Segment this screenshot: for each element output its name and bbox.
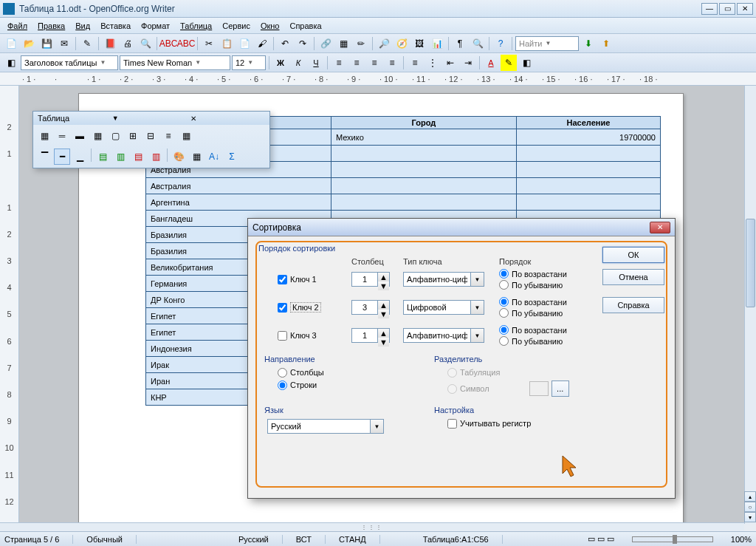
float-toolbar-menu-icon[interactable]: ▼ bbox=[112, 115, 187, 122]
float-toolbar-close-icon[interactable]: ✕ bbox=[190, 115, 265, 123]
format-paint-button[interactable]: 🖌 bbox=[254, 35, 270, 52]
status-zoom[interactable]: 100% bbox=[731, 535, 752, 544]
ok-button[interactable]: ОК bbox=[602, 247, 664, 263]
sum-button[interactable]: Σ bbox=[224, 149, 240, 165]
help-button[interactable]: ? bbox=[492, 35, 509, 52]
scrollbar-thumb[interactable] bbox=[746, 219, 755, 307]
key3-column-input[interactable] bbox=[351, 328, 378, 343]
menu-tools[interactable]: Сервис bbox=[218, 20, 255, 32]
dialog-close-button[interactable]: ✕ bbox=[650, 222, 670, 233]
menu-window[interactable]: Окно bbox=[256, 20, 284, 32]
nav-down-button[interactable]: ▾ bbox=[744, 512, 756, 522]
horizontal-ruler[interactable]: · 1 ··· 1 ·· 2 ·· 3 ·· 4 ·· 5 ·· 6 ·· 7 … bbox=[0, 72, 756, 86]
key1-type-combo[interactable] bbox=[403, 272, 471, 287]
props-button[interactable]: ▦ bbox=[188, 149, 205, 165]
new-button[interactable]: 📄 bbox=[3, 35, 19, 52]
table-cell[interactable] bbox=[331, 146, 516, 162]
key1-checkbox[interactable] bbox=[278, 275, 287, 284]
spellcheck-button[interactable]: ABC bbox=[160, 35, 176, 52]
font-color-button[interactable]: A bbox=[483, 55, 499, 71]
ins-row-button[interactable]: ▤ bbox=[94, 149, 111, 165]
ins-col-button[interactable]: ▥ bbox=[112, 149, 128, 165]
bg-button[interactable]: ▢ bbox=[107, 128, 123, 144]
key3-asc-radio[interactable] bbox=[499, 325, 509, 335]
numbered-list-button[interactable]: ≡ bbox=[407, 55, 423, 71]
table-cell[interactable]: Мехико bbox=[331, 129, 516, 146]
direction-rows-radio[interactable] bbox=[278, 381, 287, 390]
vertical-scrollbar[interactable] bbox=[744, 86, 756, 524]
split-button[interactable]: ⊟ bbox=[142, 128, 159, 144]
table-cell[interactable] bbox=[516, 146, 660, 162]
align-center-button[interactable]: ≡ bbox=[348, 55, 365, 71]
table-insert-button[interactable]: ▦ bbox=[36, 128, 52, 144]
optimize-button[interactable]: ≡ bbox=[160, 128, 176, 144]
menu-format[interactable]: Формат bbox=[137, 20, 174, 32]
valign-top-button[interactable]: ▔ bbox=[36, 149, 52, 165]
find-next-button[interactable]: ⬇ bbox=[580, 35, 597, 52]
draw-button[interactable]: ✏ bbox=[353, 35, 369, 52]
align-justify-button[interactable]: ≡ bbox=[384, 55, 400, 71]
table-cell[interactable] bbox=[331, 162, 516, 178]
minimize-button[interactable]: — bbox=[701, 3, 718, 15]
table-header[interactable]: Город bbox=[331, 117, 516, 129]
email-button[interactable]: ✉ bbox=[56, 35, 72, 52]
direction-cols-radio[interactable] bbox=[278, 368, 287, 378]
nav-target-button[interactable]: ○ bbox=[744, 502, 756, 512]
gallery-button[interactable]: 🖼 bbox=[411, 35, 427, 52]
float-toolbar-titlebar[interactable]: Таблица ▼ ✕ bbox=[33, 112, 269, 125]
sort-button[interactable]: A↓ bbox=[206, 149, 222, 165]
table-floating-toolbar[interactable]: Таблица ▼ ✕ ▦ ═ ▬ ▦ ▢ ⊞ ⊟ ≡ ▦ ▔ ━ ▁ ▤ ▥ … bbox=[32, 111, 270, 168]
menu-edit[interactable]: Правка bbox=[33, 20, 69, 32]
vertical-ruler[interactable]: 21123456789101112 bbox=[0, 86, 19, 524]
menu-file[interactable]: Файл bbox=[3, 20, 32, 32]
italic-button[interactable]: К bbox=[290, 55, 306, 71]
underline-button[interactable]: Ч bbox=[308, 55, 324, 71]
key1-asc-radio[interactable] bbox=[499, 269, 509, 279]
status-selmode[interactable]: СТАНД bbox=[339, 535, 380, 544]
datasource-button[interactable]: 📊 bbox=[429, 35, 445, 52]
bg-color-button[interactable]: ◧ bbox=[518, 55, 535, 71]
bullet-list-button[interactable]: ⋮ bbox=[425, 55, 441, 71]
nonprinting-button[interactable]: ¶ bbox=[452, 35, 468, 52]
nav-up-button[interactable]: ▴ bbox=[744, 491, 756, 502]
save-button[interactable]: 💾 bbox=[38, 35, 55, 52]
borders-button[interactable]: ▦ bbox=[89, 128, 106, 144]
del-col-button[interactable]: ▥ bbox=[148, 149, 164, 165]
find-button[interactable]: 🔎 bbox=[376, 35, 392, 52]
case-sensitive-checkbox[interactable] bbox=[447, 419, 457, 429]
table-cell[interactable] bbox=[331, 178, 516, 194]
status-page[interactable]: Страница 5 / 6 bbox=[4, 535, 73, 544]
separator-browse-button[interactable]: ... bbox=[551, 381, 569, 397]
status-selection[interactable]: Таблица6:A1:C56 bbox=[423, 535, 503, 544]
styles-button[interactable]: ◧ bbox=[3, 55, 19, 71]
key1-desc-radio[interactable] bbox=[499, 280, 509, 290]
find-prev-button[interactable]: ⬆ bbox=[598, 35, 614, 52]
redo-button[interactable]: ↷ bbox=[295, 35, 311, 52]
paste-button[interactable]: 📄 bbox=[236, 35, 252, 52]
key2-type-combo[interactable] bbox=[403, 300, 471, 315]
autofmt-button[interactable]: 🎨 bbox=[171, 149, 187, 165]
line-color-button[interactable]: ▬ bbox=[72, 128, 88, 144]
key1-column-input[interactable] bbox=[351, 272, 378, 287]
menu-insert[interactable]: Вставка bbox=[96, 20, 135, 32]
autofit-button[interactable]: ▦ bbox=[178, 128, 194, 144]
valign-bot-button[interactable]: ▁ bbox=[72, 149, 88, 165]
table-cell[interactable] bbox=[516, 162, 660, 178]
key2-column-input[interactable] bbox=[351, 300, 378, 315]
undo-button[interactable]: ↶ bbox=[277, 35, 293, 52]
key3-checkbox[interactable] bbox=[278, 331, 287, 341]
preview-button[interactable]: 🔍 bbox=[137, 35, 154, 52]
key3-desc-radio[interactable] bbox=[499, 336, 509, 346]
key2-checkbox[interactable] bbox=[278, 303, 287, 313]
table-row[interactable]: Аргентина bbox=[146, 194, 661, 211]
cancel-button[interactable]: Отмена bbox=[602, 269, 664, 285]
indent-inc-button[interactable]: ⇥ bbox=[460, 55, 476, 71]
status-view-icons[interactable]: ▭ ▭ ▭ bbox=[588, 534, 614, 544]
autospell-button[interactable]: ABC bbox=[178, 35, 194, 52]
table-cell[interactable] bbox=[331, 194, 516, 211]
restore-button[interactable]: ▭ bbox=[719, 3, 735, 15]
highlight-button[interactable]: ✎ bbox=[501, 55, 517, 71]
cut-button[interactable]: ✂ bbox=[201, 35, 217, 52]
table-cell[interactable]: 19700000 bbox=[516, 129, 660, 146]
edit-mode-button[interactable]: ✎ bbox=[79, 35, 95, 52]
